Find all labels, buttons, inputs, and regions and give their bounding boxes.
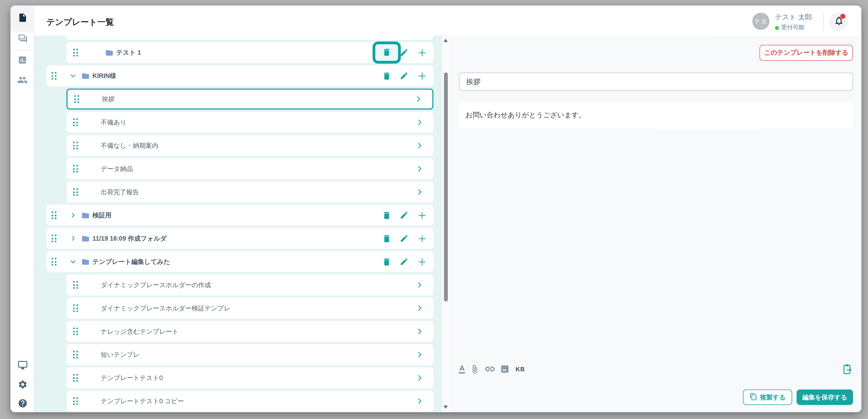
image-icon[interactable] <box>500 364 509 374</box>
template-row[interactable]: 短いテンプレ <box>66 344 433 365</box>
drag-handle-icon[interactable] <box>73 49 78 57</box>
template-row[interactable]: データ納品 <box>66 158 433 179</box>
template-body-editor[interactable]: お問い合わせありがとうございます。 <box>459 102 853 128</box>
drag-handle-icon[interactable] <box>74 95 79 103</box>
chevron-right-icon[interactable] <box>413 348 426 361</box>
notifications-button[interactable] <box>829 12 848 31</box>
folder-row[interactable]: テンプレート編集してみた <box>46 251 433 272</box>
drag-handle-icon[interactable] <box>73 141 78 149</box>
trash-icon[interactable] <box>380 69 393 83</box>
chevron-right-icon[interactable] <box>413 162 426 175</box>
folder-row[interactable]: KIRIN様 <box>46 65 433 86</box>
trash-icon[interactable] <box>381 45 393 59</box>
template-row[interactable]: ダイナミックプレースホルダー検証テンプレ <box>66 298 433 319</box>
chevron-right-icon[interactable] <box>413 185 426 198</box>
pencil-icon[interactable] <box>398 232 410 245</box>
click-target-highlight <box>372 41 401 63</box>
user-info[interactable]: テスト 太郎 受付可能 <box>775 13 812 32</box>
sidebar-item-chat[interactable] <box>10 29 34 51</box>
sidebar-item-monitor[interactable] <box>10 355 34 377</box>
folder-row[interactable]: 11/19 16:09 作成フォルダ <box>46 228 433 249</box>
folder-row[interactable]: テスト 1 <box>66 42 433 63</box>
chevron-right-icon[interactable] <box>413 325 426 338</box>
template-title-input[interactable] <box>459 72 853 91</box>
sidebar-item-users[interactable] <box>10 70 34 92</box>
pencil-icon[interactable] <box>398 208 410 222</box>
drag-handle-icon[interactable] <box>52 211 57 219</box>
chevron-right-icon[interactable] <box>413 301 426 315</box>
trash-icon[interactable] <box>380 208 393 222</box>
template-label: データ納品 <box>101 165 133 173</box>
template-label: ダイナミックプレースホルダーの作成 <box>101 281 211 289</box>
chevron-down-icon[interactable] <box>70 72 76 79</box>
drag-handle-icon[interactable] <box>73 374 78 382</box>
plus-icon[interactable] <box>416 232 428 245</box>
scroll-down-arrow-icon[interactable] <box>443 406 448 409</box>
template-row[interactable]: テンプレートテスト0 <box>66 367 433 388</box>
list-scrollbar[interactable] <box>442 35 449 412</box>
avatar[interactable]: テ太 <box>752 13 770 30</box>
template-detail-panel: このテンプレートを削除する お問い合わせありがとうございます。 A KB <box>449 35 861 412</box>
template-row[interactable]: テンプレートテスト0 コピー <box>66 390 433 412</box>
drag-handle-icon[interactable] <box>52 72 57 80</box>
template-label: ダイナミックプレースホルダー検証テンプレ <box>101 304 230 312</box>
scrollbar-thumb[interactable] <box>444 72 447 301</box>
attachment-icon[interactable] <box>470 364 480 374</box>
template-row[interactable]: 出荷完了報告 <box>66 182 433 202</box>
sidebar-item-help[interactable] <box>10 393 34 412</box>
chevron-right-icon[interactable] <box>70 235 76 242</box>
sidebar-item-templates[interactable] <box>10 6 34 32</box>
template-row[interactable]: ナレッジ含むテンプレート <box>66 321 433 342</box>
drag-handle-icon[interactable] <box>73 165 78 172</box>
template-row[interactable]: 不備あり <box>66 112 433 133</box>
folder-icon <box>81 234 90 243</box>
drag-handle-icon[interactable] <box>73 397 78 405</box>
drag-handle-icon[interactable] <box>52 235 57 243</box>
link-icon[interactable] <box>485 363 496 375</box>
drag-handle-icon[interactable] <box>52 258 57 266</box>
pencil-icon[interactable] <box>398 46 410 59</box>
knowledge-base-button[interactable]: KB <box>515 366 525 372</box>
sidebar-item-reports[interactable] <box>10 50 34 72</box>
pencil-icon[interactable] <box>398 69 410 83</box>
trash-icon[interactable] <box>380 255 393 268</box>
template-row[interactable]: ダイナミックプレースホルダーの作成 <box>66 275 433 295</box>
save-button[interactable]: 編集を保存する <box>797 389 853 405</box>
plus-icon[interactable] <box>416 46 428 59</box>
chevron-down-icon[interactable] <box>70 258 76 265</box>
pencil-icon[interactable] <box>398 255 410 268</box>
chevron-right-icon[interactable] <box>413 116 426 129</box>
underline-text-icon[interactable]: A <box>459 365 465 374</box>
drag-handle-icon[interactable] <box>73 351 78 358</box>
drag-handle-icon[interactable] <box>73 119 78 126</box>
folder-label: テスト 1 <box>116 49 141 57</box>
plus-icon[interactable] <box>416 69 428 83</box>
folder-icon <box>105 49 114 57</box>
template-list: テスト 1KIRIN様挨拶不備あり不備なし・納期案内データ納品出荷完了報告検証用… <box>34 35 442 412</box>
chevron-right-icon[interactable] <box>413 139 426 152</box>
trash-icon[interactable] <box>380 232 393 245</box>
clipboard-export-icon[interactable] <box>841 363 853 375</box>
chevron-right-icon[interactable] <box>413 278 426 291</box>
people-icon <box>17 74 28 87</box>
template-row[interactable]: 不備なし・納期案内 <box>66 135 433 156</box>
bar-chart-icon <box>18 55 27 67</box>
folder-icon <box>81 211 90 220</box>
drag-handle-icon[interactable] <box>73 281 78 289</box>
chevron-right-icon[interactable] <box>413 394 426 408</box>
plus-icon[interactable] <box>416 255 428 268</box>
chevron-right-icon[interactable] <box>413 371 426 385</box>
template-row[interactable]: 挨拶 <box>66 89 433 109</box>
drag-handle-icon[interactable] <box>73 327 78 335</box>
plus-icon[interactable] <box>416 208 428 222</box>
scroll-up-arrow-icon[interactable] <box>443 39 448 42</box>
top-header: テンプレート一覧 テ太 テスト 太郎 受付可能 <box>34 6 861 35</box>
drag-handle-icon[interactable] <box>73 304 78 312</box>
chevron-right-icon[interactable] <box>412 93 425 106</box>
drag-handle-icon[interactable] <box>73 188 78 196</box>
delete-template-button[interactable]: このテンプレートを削除する <box>760 45 853 61</box>
duplicate-button[interactable]: 複製する <box>743 389 792 405</box>
template-label: 不備あり <box>101 118 126 126</box>
folder-row[interactable]: 検証用 <box>46 205 433 226</box>
chevron-right-icon[interactable] <box>70 212 76 219</box>
